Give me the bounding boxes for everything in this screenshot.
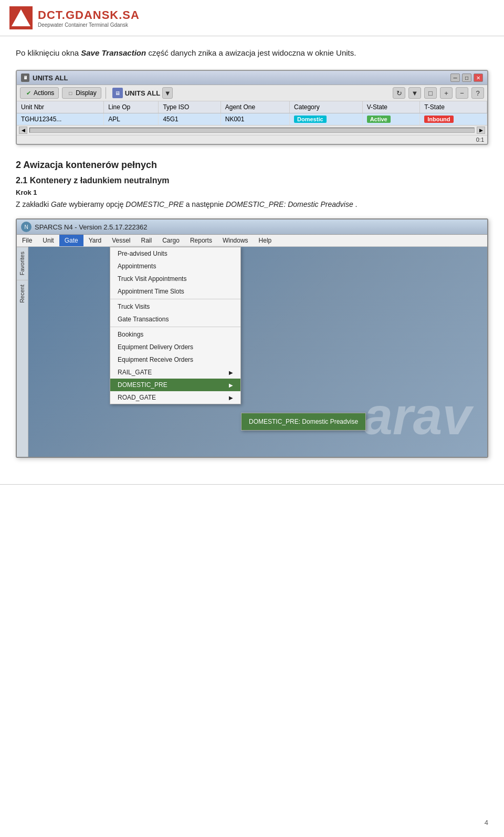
maximize-button[interactable]: □ [462,74,471,82]
menu-item-vessel[interactable]: Vessel [107,235,135,246]
filter-button[interactable]: ▼ [408,87,421,99]
remove-button[interactable]: − [456,87,468,99]
toolbar-title-text: UNITS ALL [125,89,160,97]
menu-item-unit[interactable]: Unit [37,235,59,246]
dropdown-arrow-button[interactable]: ▼ [162,87,173,99]
menu-item-cargo[interactable]: Cargo [157,235,185,246]
dropdown-item-truck-visit-appointments[interactable]: Truck Visit Appointments [110,273,240,285]
horizontal-scrollbar[interactable]: ◀ ▶ [17,125,487,135]
dropdown-item-truck-visits[interactable]: Truck Visits [110,300,240,313]
dropdown-divider [110,299,240,299]
menu-item-help[interactable]: Help [254,235,277,246]
display-label: Display [76,89,96,97]
logo-icon [9,6,33,29]
close-button[interactable]: ✕ [474,74,483,82]
intro-italic: Save Transaction [81,48,146,57]
display-icon: □ [67,89,74,97]
window-title-icon: 🖥 [21,74,29,82]
intro-text-part2: część danych znika a awizacja jest widoc… [148,48,356,57]
window-title: 🖥 UNITS ALL [21,74,68,82]
sparcs-title-text: SPARCS N4 - Version 2.5.17.222362 [35,223,147,231]
dropdown-item-bookings[interactable]: Bookings [110,328,240,341]
menu-item-file[interactable]: File [17,235,37,246]
sparcs-content-area: arav Pre-advised UnitsAppointmentsTruck … [28,247,487,457]
actions-button[interactable]: ✔ Actions [20,87,59,99]
dropdown-item-road_gate[interactable]: ROAD_GATE▶ [110,391,240,404]
step-text-part1: Z zakładki [16,200,49,208]
dropdown-item-pre-advised-units[interactable]: Pre-advised Units [110,247,240,260]
status-text: 0:1 [476,137,484,143]
dropdown-item-domestic_pre[interactable]: DOMESTIC_PRE▶ [110,379,240,391]
section-2-heading: 2 Awizacja kontenerów pełnych [16,160,488,171]
vstate-badge: Active [367,116,391,123]
data-table: Unit Nbr Line Op Type ISO Agent One Cate… [17,101,487,125]
page-number: 4 [485,819,488,826]
units-all-window: 🖥 UNITS ALL ─ □ ✕ ✔ Actions □ Display 🖥 [16,70,488,145]
logo-text: DCT.GDANSK.SA Deepwater Container Termin… [38,8,140,28]
dropdown-item-rail_gate[interactable]: RAIL_GATE▶ [110,366,240,379]
step-text-part2: wybieramy opcję [69,200,123,208]
sidebar-tab-recent[interactable]: Recent [17,280,28,307]
col-t-state: T-State [420,101,487,113]
dropdown-item-gate-transactions[interactable]: Gate Transactions [110,313,240,326]
col-agent-one: Agent One [220,101,289,113]
tstate-badge: Inbound [424,116,453,123]
svg-rect-0 [9,6,33,29]
sidebar-tab-favorites[interactable]: Favorites [17,247,28,279]
menu-item-gate[interactable]: Gate [59,235,83,246]
scroll-track[interactable] [29,128,475,133]
main-content: Po kliknięciu okna Save Transaction częś… [0,36,504,468]
toolbar-separator [106,87,106,99]
scroll-left-button[interactable]: ◀ [19,127,27,134]
step-text-part3: a następnie [186,200,224,208]
display-button[interactable]: □ Display [62,87,101,99]
brand-sub: Deepwater Container Terminal Gdansk [38,22,140,28]
window-toolbar: ✔ Actions □ Display 🖥 UNITS ALL ▼ ↻ ▼ □ … [17,85,487,101]
intro-text-part1: Po kliknięciu okna [16,48,79,57]
cell-v-state: Active [362,113,420,125]
brand-name: DCT.GDANSK.SA [38,8,140,22]
scroll-right-button[interactable]: ▶ [477,127,485,134]
menu-item-reports[interactable]: Reports [185,235,217,246]
toolbar-title-icon: 🖥 [112,88,123,98]
sparcs-title-icon: N [21,222,32,232]
sparcs-titlebar: N SPARCS N4 - Version 2.5.17.222362 [17,219,487,235]
menu-item-windows[interactable]: Windows [217,235,254,246]
submenu-arrow-icon: ▶ [229,395,233,401]
window-title-text: UNITS ALL [33,74,68,82]
domestic-pre-submenu-item[interactable]: DOMESTIC_PRE: Domestic Preadvise [242,415,365,428]
add-button[interactable]: + [440,87,453,99]
dropdown-item-appointments[interactable]: Appointments [110,260,240,273]
step-italic-gate: Gate [51,200,67,208]
step-italic-domestic: DOMESTIC_PRE [125,200,183,208]
minimize-button[interactable]: ─ [450,74,460,82]
intro-paragraph: Po kliknięciu okna Save Transaction częś… [16,47,488,59]
table-header-row: Unit Nbr Line Op Type ISO Agent One Cate… [17,101,487,113]
dropdown-item-appointment-time-slots[interactable]: Appointment Time Slots [110,285,240,298]
menu-item-rail[interactable]: Rail [136,235,158,246]
step-text: Z zakładki Gate wybieramy opcję DOMESTIC… [16,198,488,210]
dropdown-divider [110,327,240,327]
col-category: Category [290,101,363,113]
cell-type-iso: 45G1 [159,113,220,125]
help-button[interactable]: ? [471,87,484,99]
cell-category: Domestic [290,113,363,125]
sparcs-sidebar: FavoritesRecent [17,247,28,457]
menu-item-yard[interactable]: Yard [83,235,107,246]
sparcs-menubar: FileUnitGateYardVesselRailCargoReportsWi… [17,235,487,247]
dropdown-item-equipment-delivery-orders[interactable]: Equipment Delivery Orders [110,341,240,353]
section-2-1-heading: 2.1 Kontenery z ładunkiem neutralnym [16,176,488,185]
table-row[interactable]: TGHU12345... APL 45G1 NK001 Domestic Act… [17,113,487,125]
sparcs-layout: FavoritesRecent arav Pre-advised UnitsAp… [17,247,487,457]
dropdown-item-equipment-receive-orders[interactable]: Equipment Receive Orders [110,353,240,366]
toolbar-title-area: 🖥 UNITS ALL ▼ [112,87,173,99]
cell-t-state: Inbound [420,113,487,125]
col-type-iso: Type ISO [159,101,220,113]
window-status: 0:1 [17,135,487,144]
category-badge: Domestic [294,116,327,123]
refresh-button[interactable]: ↻ [393,87,405,99]
window-titlebar: 🖥 UNITS ALL ─ □ ✕ [17,71,487,85]
copy-button[interactable]: □ [424,87,437,99]
header: DCT.GDANSK.SA Deepwater Container Termin… [0,0,504,36]
table-area: Unit Nbr Line Op Type ISO Agent One Cate… [17,101,487,125]
